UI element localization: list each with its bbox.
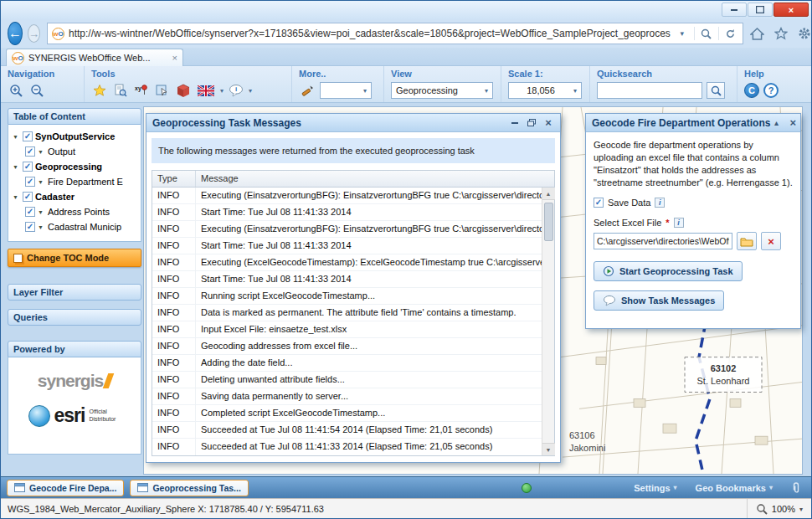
table-row[interactable]: INFOInput Excel File: einsaetze_test.xls… [152,321,554,338]
scroll-down-icon[interactable]: ▼ [542,443,555,455]
tree-item-cadaster[interactable]: ▼ ✓ Cadaster [13,189,139,204]
clear-file-button[interactable]: × [761,232,781,250]
legend-expand-icon[interactable]: ▼ [38,224,45,230]
table-header[interactable]: Type Message [152,171,554,188]
table-row[interactable]: INFOSaving data permanently to server... [152,388,554,405]
tree-item-synoutputservice[interactable]: ▼ ✓ SynOutputService [13,129,139,144]
window-close-button[interactable]: × [773,3,809,17]
identify-tool-icon[interactable] [154,82,171,99]
address-field[interactable]: wO http://w-ws-wintner/WebOffice/synserv… [47,23,743,44]
layer-filter-panel-header[interactable]: Layer Filter [8,284,141,301]
start-geoprocessing-button[interactable]: Start Geoprocessing Task [594,261,743,281]
table-row[interactable]: INFOGeocoding addresses from excel file.… [152,338,554,355]
geo-bookmarks-menu[interactable]: Geo Bookmarks ▾ [696,483,773,493]
layer-checkbox[interactable]: ✓ [25,177,35,187]
save-data-checkbox[interactable]: ✓ [594,198,604,208]
info-balloon-icon[interactable]: i [228,82,244,99]
browse-file-button[interactable] [737,232,757,250]
layer-checkbox[interactable]: ✓ [25,207,35,217]
tree-item-address-points[interactable]: ✓ ▼ Address Points [13,204,139,219]
layer-checkbox[interactable]: ✓ [25,146,35,157]
panel-collapse-icon[interactable]: ▴ [770,117,782,129]
favorites-star-icon[interactable] [774,27,788,40]
print-preview-icon[interactable] [112,82,129,99]
legend-expand-icon[interactable]: ▼ [38,149,45,155]
refresh-icon[interactable] [723,25,738,42]
window-maximize-button[interactable] [748,3,773,17]
home-icon[interactable] [750,28,764,40]
table-row[interactable]: INFOExecuting (EinsatzverortungBFG): Ein… [152,221,554,238]
layer-checkbox[interactable]: ✓ [25,222,35,232]
quicksearch-button[interactable] [707,82,725,99]
table-row[interactable]: INFOExecuting (ExcelGeocodeTimestamp): E… [152,254,554,271]
zoom-in-icon[interactable] [8,82,24,99]
browser-tab[interactable]: wO SYNERGIS WebOffice Web... × [6,49,183,66]
table-row[interactable]: INFOAdding the date field... [152,355,554,372]
view-select[interactable]: Geoprocessing ▾ [391,82,493,99]
vertical-scrollbar[interactable]: ▲ ▼ [542,188,554,455]
layer-checkbox[interactable]: ✓ [23,192,33,202]
quicksearch-input[interactable] [597,82,702,99]
scroll-up-icon[interactable]: ▲ [542,188,555,200]
zoom-out-icon[interactable] [28,82,45,99]
info-icon[interactable]: i [655,198,665,208]
paperclip-icon[interactable] [791,481,801,495]
table-row[interactable]: INFODeleting unwanted attribute fields..… [152,372,554,388]
tab-close-icon[interactable]: × [172,53,177,63]
favorite-tool-star-icon[interactable] [91,82,108,99]
legend-expand-icon[interactable]: ▼ [38,209,45,215]
tree-item-cadastral-municipality[interactable]: ✓ ▼ Cadastral Municip [13,219,139,234]
measure-brush-icon[interactable] [299,82,316,99]
question-help-icon[interactable]: ? [763,83,779,98]
weboffice-help-icon[interactable]: C [744,83,759,98]
panel-restore-icon[interactable] [526,117,537,129]
panel-minimize-icon[interactable] [509,117,521,129]
change-toc-mode-button[interactable]: Change TOC Mode [8,249,141,267]
table-row[interactable]: INFOStart Time: Tue Jul 08 11:41:33 2014 [152,238,554,254]
info-icon[interactable]: i [674,218,684,228]
more-tools-select[interactable]: ▾ [320,82,372,99]
settings-menu[interactable]: Settings ▾ [634,483,676,493]
table-row[interactable]: INFOData is marked as permanent. The att… [152,305,554,321]
balloon-dropdown-chevron-icon[interactable]: ▾ [249,87,252,95]
back-button[interactable]: ← [8,22,23,45]
legend-expand-icon[interactable]: ▼ [38,179,45,185]
layer-checkbox[interactable]: ✓ [23,131,33,141]
flag-dropdown-chevron-icon[interactable]: ▾ [220,87,224,95]
zoom-control[interactable]: 100% ▾ [747,499,803,519]
table-row[interactable]: INFOExecuting (EinsatzverortungBFG): Ein… [152,188,554,204]
forward-button[interactable]: → [28,24,40,43]
task-button-geocode[interactable]: Geocode Fire Depa... [7,480,124,496]
excel-file-input[interactable] [594,233,732,249]
task-button-geoprocessing[interactable]: Geoprocessing Tas... [130,480,248,496]
scale-select[interactable]: 18,056 ▾ [508,82,582,99]
layer-checkbox[interactable]: ✓ [23,162,33,172]
settings-gear-icon[interactable] [798,27,811,40]
table-row[interactable]: INFOSucceeded at Tue Jul 08 11:41:33 201… [152,439,554,455]
table-row[interactable]: INFOStart Time: Tue Jul 08 11:41:33 2014 [152,204,554,221]
table-row[interactable]: INFOStart Time: Tue Jul 08 11:41:33 2014 [152,271,554,288]
show-task-messages-button[interactable]: Show Task Messages [594,290,724,311]
panel-close-icon[interactable]: × [542,117,554,129]
task-messages-panel-header[interactable]: Geoprocessing Task Messages × [146,114,560,132]
language-flag-icon[interactable] [196,82,216,99]
tree-expand-icon[interactable]: ▼ [13,194,20,200]
xy-coordinate-marker-icon[interactable]: xy [133,82,150,99]
panel-close-icon[interactable]: × [787,117,799,129]
column-header-message[interactable]: Message [196,171,554,187]
powered-by-panel-header[interactable]: Powered by [8,341,141,357]
geocode-panel-header[interactable]: Geocode Fire Department Operations ▴ × [586,114,800,132]
3d-view-cube-icon[interactable] [175,82,192,99]
table-row[interactable]: INFOSucceeded at Tue Jul 08 11:41:54 201… [152,422,554,439]
tree-expand-icon[interactable]: ▼ [13,134,20,140]
address-dropdown-icon[interactable]: ▾ [675,25,690,42]
tree-item-geoprocessing[interactable]: ▼ ✓ Geoprocessing [13,159,139,174]
search-icon[interactable] [699,25,714,42]
window-minimize-button[interactable] [722,3,747,17]
table-row[interactable]: INFORunning script ExcelGeocodeTimestamp… [152,288,554,305]
scrollbar-thumb[interactable] [544,203,553,241]
toc-panel-header[interactable]: Table of Content [8,108,141,125]
tree-item-output[interactable]: ✓ ▼ Output [13,144,139,159]
column-header-type[interactable]: Type [152,171,196,187]
tree-expand-icon[interactable]: ▼ [13,164,20,170]
